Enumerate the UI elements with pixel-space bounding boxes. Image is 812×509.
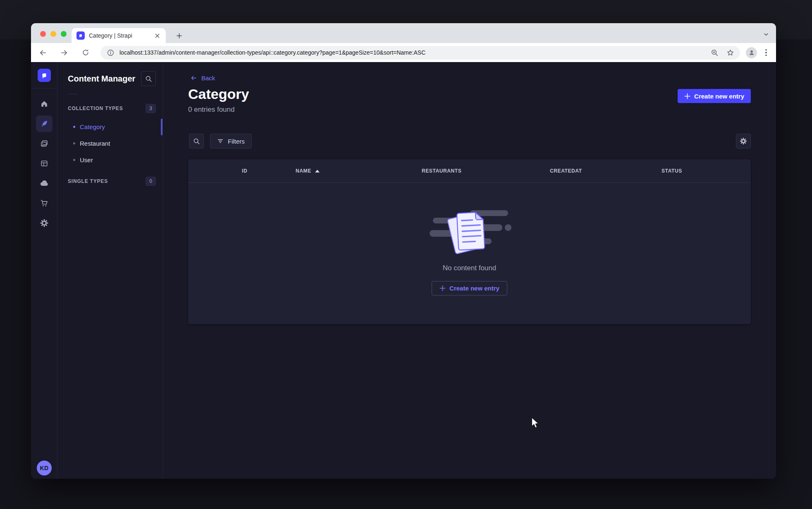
strapi-logo[interactable] [38,69,51,82]
page-title: Category [188,86,249,102]
nav-content-manager-icon[interactable] [36,115,53,132]
filters-button[interactable]: Filters [210,134,252,149]
bullet-icon [73,159,75,161]
user-avatar[interactable]: KD [37,461,52,475]
sidebar-item-restaurant[interactable]: Restaurant [57,135,162,151]
browser-profile-avatar[interactable] [746,47,757,58]
active-collection-indicator [161,119,162,135]
strapi-favicon-icon [76,31,85,40]
entries-table-card: ID NAME RESTAURANTS CREATEDAT STATUS [188,159,751,324]
bookmark-star-icon[interactable] [726,48,734,57]
column-header-status: STATUS [662,168,751,174]
tab-search-chevron-icon[interactable] [762,30,770,38]
nav-home-icon[interactable] [36,96,53,112]
url-text: localhost:1337/admin/content-manager/col… [119,49,705,56]
browser-forward-icon[interactable] [59,48,69,58]
mouse-cursor [531,417,539,428]
sidebar-item-label: Restaurant [80,140,110,147]
single-types-label: SINGLE TYPES [68,178,108,184]
empty-state: No content found Create new entry [188,183,751,324]
sidebar-item-label: Category [80,123,105,130]
table-header-row: ID NAME RESTAURANTS CREATEDAT STATUS [188,159,751,183]
main-content: Back Category 0 entries found Create new… [163,62,776,479]
search-entries-button[interactable] [189,134,204,149]
empty-create-label: Create new entry [449,285,499,292]
browser-reload-icon[interactable] [81,48,91,58]
maximize-window-button[interactable] [61,31,67,37]
single-types-count-badge: 0 [146,177,156,186]
window-controls [40,31,67,37]
entries-count: 0 entries found [188,106,234,114]
collection-types-label: COLLECTION TYPES [68,106,123,111]
back-link[interactable]: Back [190,74,215,82]
column-header-id[interactable]: ID [242,168,296,174]
panel-search-button[interactable] [141,71,156,86]
nav-content-type-builder-icon[interactable] [36,155,53,172]
sidebar-item-category[interactable]: Category [57,118,162,135]
main-nav-rail: KD [31,62,57,479]
back-label: Back [201,74,215,82]
new-tab-button[interactable] [173,30,185,41]
sidebar-item-label: User [80,156,93,163]
browser-tab-strip: Category | Strapi [31,23,776,43]
browser-window: Category | Strapi localhost:1337/admin/c… [31,23,776,479]
empty-state-message: No content found [443,264,496,272]
panel-title: Content Manager [68,74,135,84]
view-settings-button[interactable] [736,134,751,149]
browser-toolbar: localhost:1337/admin/content-manager/col… [31,43,776,62]
create-new-entry-label: Create new entry [694,93,744,100]
sidebar-item-user[interactable]: User [57,151,162,168]
zoom-in-icon[interactable] [710,48,719,57]
sort-ascending-icon [315,170,320,173]
url-bar[interactable]: localhost:1337/admin/content-manager/col… [100,46,740,60]
browser-tab[interactable]: Category | Strapi [72,28,166,43]
tab-title: Category | Strapi [89,32,149,39]
create-new-entry-button[interactable]: Create new entry [678,89,751,103]
browser-back-icon[interactable] [38,48,48,58]
nav-media-library-icon[interactable] [36,135,53,152]
browser-menu-kebab-icon[interactable] [763,48,769,58]
rail-divider [31,88,57,89]
close-tab-icon[interactable] [153,32,161,39]
nav-marketplace-icon[interactable] [36,195,53,211]
bullet-icon [73,142,75,144]
content-manager-panel: Content Manager COLLECTION TYPES 3 Categ… [57,62,163,479]
column-header-createdat: CREATEDAT [550,168,662,174]
strapi-app: KD Content Manager COLLECTION TYPES 3 Ca… [31,62,776,479]
close-window-button[interactable] [40,31,46,37]
empty-state-create-button[interactable]: Create new entry [432,281,507,295]
nav-settings-icon[interactable] [36,215,53,231]
column-header-restaurants: RESTAURANTS [422,168,550,174]
documents-empty-state-illustration [427,204,512,258]
filters-label: Filters [228,138,245,145]
site-info-icon[interactable] [106,48,115,57]
minimize-window-button[interactable] [50,31,56,37]
bullet-icon [73,126,75,128]
collection-types-count-badge: 3 [146,104,156,113]
nav-cloud-icon[interactable] [36,175,53,192]
column-header-name[interactable]: NAME [296,168,422,174]
panel-divider [68,94,78,94]
